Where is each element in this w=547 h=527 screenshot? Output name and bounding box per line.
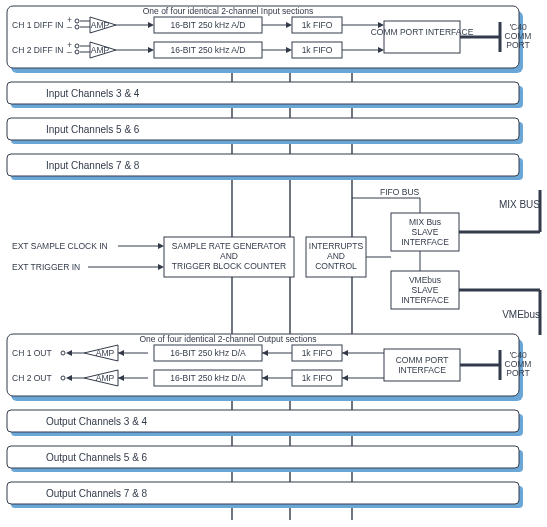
- output-channels-5-6: Output Channels 5 & 6: [7, 446, 523, 472]
- svg-text:Input Channels 3 & 4: Input Channels 3 & 4: [46, 88, 140, 99]
- svg-text:AMP: AMP: [96, 348, 115, 358]
- input-channels-3-4: Input Channels 3 & 4: [7, 82, 523, 108]
- mix-bus-label: MIX BUS: [499, 199, 540, 210]
- input-section: One of four identical 2-channel Input se…: [7, 6, 531, 73]
- output-channels-7-8: Output Channels 7 & 8: [7, 482, 523, 508]
- svg-text:Output Channels 3 & 4: Output Channels 3 & 4: [46, 416, 148, 427]
- svg-text:MIX Bus: MIX Bus: [409, 217, 441, 227]
- svg-text:AND: AND: [220, 251, 238, 261]
- svg-marker-57: [158, 243, 164, 249]
- svg-text:1k FIFO: 1k FIFO: [302, 20, 333, 30]
- svg-text:Output Channels 5 & 6: Output Channels 5 & 6: [46, 452, 148, 463]
- svg-text:1k FIFO: 1k FIFO: [302, 45, 333, 55]
- svg-text:1k FIFO: 1k FIFO: [302, 348, 333, 358]
- ext-sample-clock-label: EXT SAMPLE CLOCK IN: [12, 241, 108, 251]
- svg-text:16-BIT 250 kHz D/A: 16-BIT 250 kHz D/A: [170, 373, 246, 383]
- ext-trigger-label: EXT TRIGGER IN: [12, 262, 80, 272]
- svg-text:16-BIT 250 kHz A/D: 16-BIT 250 kHz A/D: [171, 45, 246, 55]
- svg-text:VMEbus: VMEbus: [409, 275, 441, 285]
- output-section-title: One of four identical 2-channel Output s…: [139, 334, 316, 344]
- svg-text:Input Channels 7 & 8: Input Channels 7 & 8: [46, 160, 140, 171]
- svg-point-81: [61, 376, 65, 380]
- vmebus-label: VMEbus: [502, 309, 540, 320]
- input-section-title: One of four identical 2-channel Input se…: [143, 6, 314, 16]
- ch2-diff-in-label: CH 2 DIFF IN: [12, 45, 63, 55]
- diagram: One of four identical 2-channel Input se…: [0, 0, 547, 527]
- svg-text:INTERFACE: INTERFACE: [401, 295, 449, 305]
- svg-text:Input Channels 5 & 6: Input Channels 5 & 6: [46, 124, 140, 135]
- svg-text:–: –: [67, 47, 72, 57]
- comm-port-interface-in: [384, 21, 460, 53]
- ch2-out-label: CH 2 OUT: [12, 373, 52, 383]
- svg-point-20: [75, 50, 79, 54]
- svg-text:16-BIT 250 kHz A/D: 16-BIT 250 kHz A/D: [171, 20, 246, 30]
- svg-text:CONTROL: CONTROL: [315, 261, 357, 271]
- svg-text:COMM PORTINTERFACE: COMM PORTINTERFACE: [396, 355, 449, 375]
- fifo-bus-label: FIFO BUS: [380, 187, 420, 197]
- svg-text:INTERFACE: INTERFACE: [401, 237, 449, 247]
- svg-text:Output Channels 7 & 8: Output Channels 7 & 8: [46, 488, 148, 499]
- svg-point-4: [75, 19, 79, 23]
- svg-text:AMP: AMP: [91, 20, 110, 30]
- svg-text:AMP: AMP: [91, 45, 110, 55]
- comm-port-label-out: 'C40COMMPORT: [505, 350, 532, 378]
- ch1-out-label: CH 1 OUT: [12, 348, 52, 358]
- svg-text:–: –: [67, 22, 72, 32]
- input-channels-5-6: Input Channels 5 & 6: [7, 118, 523, 144]
- svg-text:1k FIFO: 1k FIFO: [302, 373, 333, 383]
- svg-text:AMP: AMP: [96, 373, 115, 383]
- svg-text:TRIGGER BLOCK COUNTER: TRIGGER BLOCK COUNTER: [172, 261, 286, 271]
- svg-text:SLAVE: SLAVE: [412, 285, 439, 295]
- svg-text:16-BIT 250 kHz D/A: 16-BIT 250 kHz D/A: [170, 348, 246, 358]
- svg-point-69: [61, 351, 65, 355]
- ch1-diff-in-label: CH 1 DIFF IN: [12, 20, 63, 30]
- input-channels-7-8: Input Channels 7 & 8: [7, 154, 523, 180]
- svg-text:COMM PORT INTERFACE: COMM PORT INTERFACE: [371, 27, 474, 37]
- output-channels-3-4: Output Channels 3 & 4: [7, 410, 523, 436]
- svg-point-5: [75, 25, 79, 29]
- comm-port-label-in: 'C40COMMPORT: [505, 22, 532, 50]
- svg-text:INTERRUPTS: INTERRUPTS: [309, 241, 364, 251]
- svg-text:SLAVE: SLAVE: [412, 227, 439, 237]
- svg-point-19: [75, 44, 79, 48]
- svg-text:AND: AND: [327, 251, 345, 261]
- output-section: One of four identical 2-channel Output s…: [7, 334, 531, 401]
- svg-marker-59: [158, 264, 164, 270]
- svg-text:SAMPLE RATE GENERATOR: SAMPLE RATE GENERATOR: [172, 241, 286, 251]
